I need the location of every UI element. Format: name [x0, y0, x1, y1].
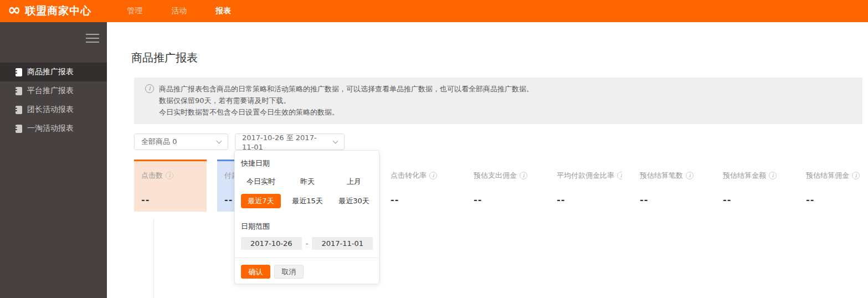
- content-area: 商品推广报表 i 商品推广报表包含商品的日常策略和活动策略的推广数据，可以选择查…: [107, 22, 868, 298]
- sidebar: 商品推广报表 平台推广报表 团长活动报表 一淘活动报表: [0, 22, 107, 298]
- report-doc-icon: [15, 87, 22, 95]
- metric-label: 预估结算佣金: [806, 171, 849, 181]
- notice-text: 商品推广报表包含商品的日常策略和活动策略的推广数据，可以选择查看单品推广数据，也…: [159, 83, 533, 118]
- notice-line: 商品推广报表包含商品的日常策略和活动策略的推广数据，可以选择查看单品推广数据，也…: [159, 83, 533, 95]
- date-picker-popup: 快捷日期 今日实时 昨天 上月 最近7天 最近15天 最近30天 日期范围 20…: [234, 150, 379, 284]
- metric-estimated-commission-paid[interactable]: 预估支出佣金i --: [466, 160, 539, 212]
- metric-value: --: [806, 194, 868, 205]
- quick-option-last-7-days[interactable]: 最近7天: [241, 194, 281, 208]
- cancel-button[interactable]: 取消: [274, 265, 304, 279]
- sidebar-item-label: 商品推广报表: [27, 67, 74, 77]
- popup-footer: 确认 取消: [241, 258, 373, 279]
- info-icon: i: [429, 172, 437, 179]
- quick-option-today-realtime[interactable]: 今日实时: [241, 176, 281, 187]
- end-date-input[interactable]: 2017-11-01: [312, 237, 373, 250]
- sidebar-item-etao-activity-report[interactable]: 一淘活动报表: [0, 119, 107, 138]
- metric-estimated-settlement-commission[interactable]: 预估结算佣金i --: [799, 160, 868, 212]
- metric-label: 平均付款佣金比率: [557, 171, 614, 181]
- metric-value: --: [474, 194, 539, 205]
- date-range-inputs: 2017-10-26 - 2017-11-01: [241, 237, 373, 250]
- filter-bar: 全部商品 0 2017-10-26 至 2017-11-01: [134, 133, 862, 150]
- brand-title: 联盟商家中心: [25, 4, 91, 18]
- quick-option-yesterday[interactable]: 昨天: [287, 176, 327, 187]
- notice-box: i 商品推广报表包含商品的日常策略和活动策略的推广数据，可以选择查看单品推广数据…: [134, 78, 862, 124]
- sidebar-item-leader-activity-report[interactable]: 团长活动报表: [0, 100, 107, 119]
- quick-option-last-30-days[interactable]: 最近30天: [334, 194, 374, 208]
- sidebar-item-label: 团长活动报表: [27, 105, 74, 115]
- metric-label: 预估结算金额: [723, 171, 766, 181]
- nav-item-report[interactable]: 报表: [215, 6, 231, 16]
- metric-avg-payment-commission-rate[interactable]: 平均付款佣金比率i --: [549, 160, 622, 212]
- quick-option-last-15-days[interactable]: 最近15天: [287, 194, 327, 208]
- start-date-input[interactable]: 2017-10-26: [241, 237, 302, 250]
- sidebar-item-platform-promo-report[interactable]: 平台推广报表: [0, 81, 107, 100]
- metric-value: --: [391, 194, 456, 205]
- metric-estimated-settlement-amount[interactable]: 预估结算金额i --: [716, 160, 788, 212]
- metric-label: 点击转化率: [391, 171, 427, 181]
- info-icon: i: [520, 172, 527, 179]
- quick-dates-grid: 今日实时 昨天 上月 最近7天 最近15天 最近30天: [241, 176, 373, 208]
- top-nav: 管理 活动 报表: [127, 6, 231, 16]
- quick-dates-label: 快捷日期: [241, 160, 373, 167]
- metric-label: 预估结算笔数: [640, 171, 683, 181]
- info-icon: i: [166, 172, 173, 179]
- metric-value: --: [640, 194, 705, 205]
- chevron-down-icon: [333, 138, 338, 143]
- metric-label: 预估支出佣金: [474, 171, 517, 181]
- info-icon: i: [617, 172, 622, 179]
- metric-value: --: [723, 194, 788, 205]
- info-icon: i: [145, 84, 154, 93]
- date-separator: -: [306, 239, 309, 248]
- infinity-logo-icon: ∞: [8, 2, 20, 18]
- page-title: 商品推广报表: [131, 50, 862, 65]
- chevron-down-icon: [217, 138, 222, 143]
- chart-axis-line: [153, 218, 154, 298]
- sidebar-item-label: 一淘活动报表: [27, 124, 74, 133]
- quick-option-last-month[interactable]: 上月: [334, 176, 374, 187]
- sidebar-item-label: 平台推广报表: [27, 86, 74, 96]
- nav-item-manage[interactable]: 管理: [127, 6, 142, 16]
- product-select[interactable]: 全部商品 0: [134, 133, 228, 150]
- brand: ∞ 联盟商家中心: [8, 4, 91, 18]
- metric-estimated-settlement-count[interactable]: 预估结算笔数i --: [633, 160, 705, 212]
- nav-item-activity[interactable]: 活动: [171, 6, 187, 16]
- top-header: ∞ 联盟商家中心 管理 活动 报表: [0, 0, 868, 22]
- metric-card-clicks[interactable]: 点击数i --: [134, 160, 207, 212]
- sidebar-item-product-promo-report[interactable]: 商品推广报表: [0, 63, 107, 81]
- date-range-label: 日期范围: [241, 223, 373, 230]
- metric-click-conversion-rate[interactable]: 点击转化率i --: [383, 160, 456, 212]
- report-doc-icon: [15, 125, 22, 133]
- metric-value: --: [557, 194, 622, 205]
- report-doc-icon: [15, 68, 22, 76]
- report-doc-icon: [15, 106, 22, 114]
- notice-line: 今日实时数据暂不包含今日设置今日生效的策略的数据。: [159, 106, 533, 118]
- metric-label: 点击数: [141, 171, 163, 181]
- info-icon: i: [852, 172, 860, 179]
- hamburger-icon[interactable]: [86, 34, 99, 45]
- app-root: ∞ 联盟商家中心 管理 活动 报表 商品推广报表 平台推广报表: [0, 0, 868, 298]
- confirm-button[interactable]: 确认: [241, 265, 270, 279]
- metric-value: --: [141, 194, 207, 205]
- date-range-select[interactable]: 2017-10-26 至 2017-11-01: [235, 133, 345, 150]
- info-icon: i: [686, 172, 694, 179]
- date-range-value: 2017-10-26 至 2017-11-01: [242, 133, 328, 151]
- notice-line: 数据仅保留90天，若有需要请及时下载。: [159, 95, 533, 106]
- product-select-value: 全部商品 0: [141, 137, 177, 147]
- info-icon: i: [769, 172, 777, 179]
